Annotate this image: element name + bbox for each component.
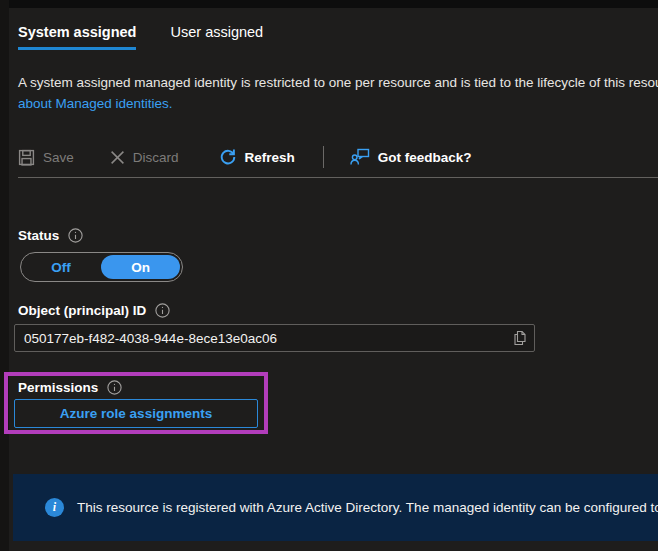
save-button[interactable]: Save	[18, 149, 74, 166]
discard-button[interactable]: Discard	[110, 150, 179, 165]
info-banner-text: This resource is registered with Azure A…	[77, 500, 658, 515]
refresh-button[interactable]: Refresh	[219, 148, 295, 166]
discard-label: Discard	[133, 150, 179, 165]
toolbar-separator	[323, 146, 324, 168]
object-id-field[interactable]: 050177eb-f482-4038-944e-8ece13e0ac06	[14, 324, 535, 352]
azure-role-assignments-button[interactable]: Azure role assignments	[14, 399, 258, 428]
object-id-label: Object (principal) ID	[18, 303, 146, 318]
got-feedback-button[interactable]: Got feedback?	[350, 148, 472, 166]
permissions-info-icon[interactable]	[107, 380, 122, 395]
description: A system assigned managed identity is re…	[18, 72, 658, 114]
refresh-label: Refresh	[245, 150, 295, 165]
status-toggle-off[interactable]: Off	[21, 253, 101, 281]
status-toggle-on[interactable]: On	[101, 255, 180, 279]
discard-x-icon	[110, 150, 125, 165]
status-toggle[interactable]: Off On	[20, 252, 183, 282]
managed-identity-pane: System assigned User assigned A system a…	[0, 0, 658, 551]
permissions-label: Permissions	[18, 380, 98, 395]
identity-tabs: System assigned User assigned	[18, 24, 263, 48]
top-edge-strip	[0, 0, 658, 8]
feedback-label: Got feedback?	[378, 150, 472, 165]
tab-user-assigned[interactable]: User assigned	[170, 24, 263, 48]
status-label: Status	[18, 228, 59, 243]
command-bar: Save Discard Refresh	[18, 140, 472, 174]
object-id-label-row: Object (principal) ID	[18, 303, 170, 318]
status-info-icon[interactable]	[68, 228, 83, 243]
copy-icon[interactable]	[504, 325, 534, 351]
managed-identities-link[interactable]: about Managed identities.	[18, 96, 173, 111]
object-id-info-icon[interactable]	[155, 303, 170, 318]
info-banner: i This resource is registered with Azure…	[13, 474, 658, 541]
permissions-label-row: Permissions	[18, 380, 122, 395]
tab-system-assigned[interactable]: System assigned	[18, 24, 136, 48]
save-icon	[18, 149, 35, 166]
toolbar-divider	[18, 177, 658, 178]
object-id-value: 050177eb-f482-4038-944e-8ece13e0ac06	[15, 331, 504, 346]
save-label: Save	[43, 150, 74, 165]
status-label-row: Status	[18, 228, 83, 243]
refresh-icon	[219, 148, 237, 166]
left-edge-strip	[0, 0, 9, 551]
feedback-icon	[350, 148, 370, 166]
description-text: A system assigned managed identity is re…	[18, 72, 658, 93]
info-icon: i	[45, 498, 64, 517]
